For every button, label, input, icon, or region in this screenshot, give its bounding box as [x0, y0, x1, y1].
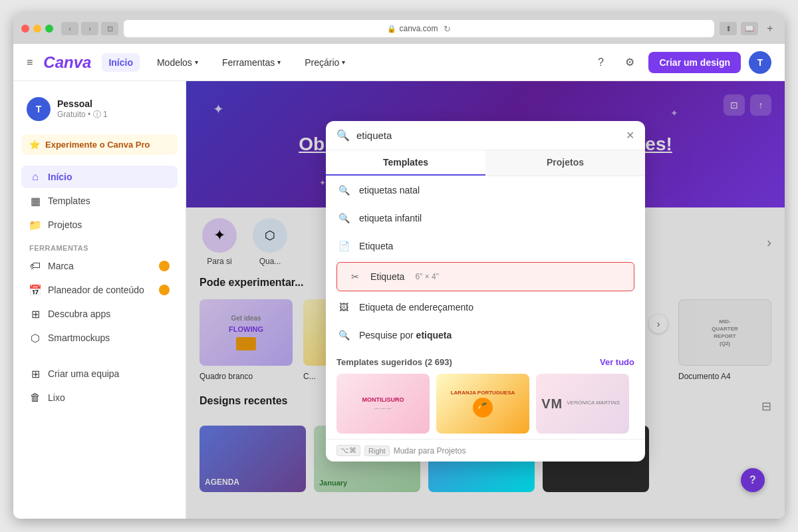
suggestion-etiqueta-size[interactable]: ✂ Etiqueta 6" × 4" [336, 262, 634, 291]
search-suggestion-icon: 🔍 [336, 183, 351, 198]
sidebar-apps-label: Descubra apps [48, 309, 110, 319]
brand-icon: 🏷 [29, 260, 41, 272]
ver-tudo-button[interactable]: Ver tudo [600, 357, 634, 367]
calendar-icon: 📅 [29, 284, 41, 296]
add-tab-button[interactable]: + [763, 22, 777, 35]
templates-suggested-section: Templates sugeridos (2 693) Ver tudo MON… [326, 349, 645, 439]
sidebar-item-criar-equipa[interactable]: ⊞ Criar uma equipa [21, 362, 178, 385]
image-suggestion-icon: 🖼 [336, 300, 351, 315]
template-card-2[interactable]: LARANJA PORTUGUESA 🍊 [436, 374, 529, 434]
suggestion-pesquise-por[interactable]: 🔍 Pesquise por etiqueta [326, 321, 645, 349]
sidebar-avatar[interactable]: T [27, 97, 51, 121]
sidebar-item-smartmockups[interactable]: ⬡ Smartmockups [21, 327, 178, 349]
pro-badge [159, 285, 170, 295]
sidebar-item-apps[interactable]: ⊞ Descubra apps [21, 303, 178, 325]
template-card-1[interactable]: MONTILISURO — — — [336, 374, 430, 434]
nav-preco[interactable]: Preçário ▾ [298, 53, 352, 72]
sidebar-item-planeador[interactable]: 📅 Planeador de conteúdo [21, 279, 178, 301]
document-suggestion-icon: 📄 [336, 239, 351, 253]
home-icon: ⌂ [29, 171, 41, 183]
sidebar-item-projetos[interactable]: 📁 Projetos [21, 213, 178, 236]
apps-icon: ⊞ [29, 308, 41, 320]
nav-ferramentas[interactable]: Ferramentas ▾ [215, 53, 287, 72]
menu-hamburger[interactable]: ≡ [27, 57, 33, 68]
search-icon: 🔍 [336, 129, 350, 142]
templates-icon: ▦ [29, 195, 41, 207]
settings-button[interactable]: ⚙ [619, 52, 640, 73]
share-button[interactable]: ⬆ [720, 22, 737, 35]
sidebar-planeador-label: Planeador de conteúdo [48, 285, 144, 295]
suggestion-etiqueta-doc[interactable]: 📄 Etiqueta [326, 232, 645, 260]
nav-preco-label: Preçário [305, 57, 339, 68]
suggestion-text: etiquetas natal [359, 185, 420, 196]
template-card-3[interactable]: VM VERÓNICA MARTINS [536, 374, 629, 434]
back-button[interactable]: ‹ [61, 22, 78, 35]
suggestion-text: Pesquise por etiqueta [359, 330, 452, 340]
nav-modelos[interactable]: Modelos ▾ [150, 53, 205, 72]
url-text: canva.com [399, 24, 438, 33]
close-dot[interactable] [21, 25, 29, 33]
canva-logo: Canva [43, 53, 91, 72]
nav-inicio-label: Início [108, 57, 133, 68]
suggestion-badge: 6" × 4" [415, 272, 439, 281]
search-hint-bar: ⌥⌘ Right Mudar para Projetos [326, 439, 645, 462]
minimize-dot[interactable] [33, 25, 41, 33]
tools-section-label: Ferramentas [21, 236, 178, 255]
reload-icon: ↻ [444, 24, 451, 34]
shortcut-key: ⌥⌘ [336, 445, 360, 456]
tab-projetos[interactable]: Projetos [485, 150, 645, 176]
suggestion-text: Etiqueta [359, 241, 393, 251]
nav-inicio[interactable]: Início [102, 53, 140, 72]
sidebar-criar-equipa-label: Criar uma equipa [48, 368, 119, 379]
maximize-dot[interactable] [45, 25, 53, 33]
tab-templates[interactable]: Templates [326, 150, 485, 176]
search-overlay: 🔍 ✕ Templates Projetos 🔍 etiquetas [186, 81, 785, 519]
main-content: ✦ ✦ ✦ Obrigado por fazer parte dos 100 m… [186, 81, 785, 519]
suggestion-text: etiqueta infantil [359, 213, 422, 223]
address-bar[interactable]: 🔒 canva.com ↻ [124, 20, 714, 37]
create-design-button[interactable]: Criar um design [648, 52, 741, 73]
sidebar-marca-label: Marca [48, 261, 74, 271]
templates-suggested-title: Templates sugeridos (2 693) [336, 357, 452, 367]
sidebar-item-marca[interactable]: 🏷 Marca [21, 255, 178, 277]
suggestion-etiqueta-enderecamento[interactable]: 🖼 Etiqueta de endereçamento [326, 293, 645, 321]
team-icon: ⊞ [29, 368, 41, 380]
mockup-icon: ⬡ [29, 332, 41, 344]
nav-ferramentas-label: Ferramentas [222, 57, 275, 68]
search-input[interactable] [356, 130, 619, 141]
suggestion-text: Etiqueta [370, 271, 404, 282]
chevron-down-icon: ▾ [195, 59, 198, 66]
chevron-down-icon: ▾ [277, 59, 281, 66]
sidebar-smartmockups-label: Smartmockups [48, 332, 110, 343]
user-avatar[interactable]: T [749, 51, 771, 74]
sidebar-lixo-label: Lixo [48, 392, 65, 403]
sidebar-projetos-label: Projetos [48, 219, 82, 230]
search-dropdown: 🔍 ✕ Templates Projetos 🔍 etiquetas [326, 121, 645, 462]
suggestion-text: Etiqueta de endereçamento [359, 302, 473, 313]
hint-text: Mudar para Projetos [394, 446, 466, 456]
clear-search-button[interactable]: ✕ [626, 129, 634, 142]
sidebar-item-templates[interactable]: ▦ Templates [21, 190, 178, 212]
sidebar-templates-label: Templates [48, 196, 90, 206]
shortcut-key: Right [364, 446, 390, 456]
user-name: Pessoal [57, 98, 108, 109]
folder-icon: 📁 [29, 219, 41, 231]
search-suggestion-icon: 🔍 [336, 211, 351, 225]
search-tabs: Templates Projetos [326, 150, 645, 176]
user-section: T Pessoal Gratuito • ⓘ 1 [21, 92, 178, 126]
bookmark-button[interactable]: 📖 [741, 22, 758, 35]
chevron-down-icon: ▾ [342, 59, 345, 66]
help-button[interactable]: ? [590, 52, 611, 73]
sidebar-item-inicio[interactable]: ⌂ Início [21, 166, 178, 188]
size-suggestion-icon: ✂ [348, 269, 362, 284]
app-header: ≡ Canva Início Modelos ▾ Ferramentas ▾ P… [13, 44, 785, 81]
window-button[interactable]: ⊡ [101, 22, 118, 35]
forward-button[interactable]: › [81, 22, 98, 35]
suggestion-etiquetas-natal[interactable]: 🔍 etiquetas natal [326, 176, 645, 204]
pro-banner[interactable]: ⭐ Experimente o Canva Pro [21, 134, 178, 155]
trash-icon: 🗑 [29, 392, 41, 404]
pro-badge [159, 261, 170, 271]
sidebar-item-lixo[interactable]: 🗑 Lixo [21, 386, 178, 409]
suggestion-etiqueta-infantil[interactable]: 🔍 etiqueta infantil [326, 204, 645, 232]
star-icon: ⭐ [29, 140, 40, 150]
